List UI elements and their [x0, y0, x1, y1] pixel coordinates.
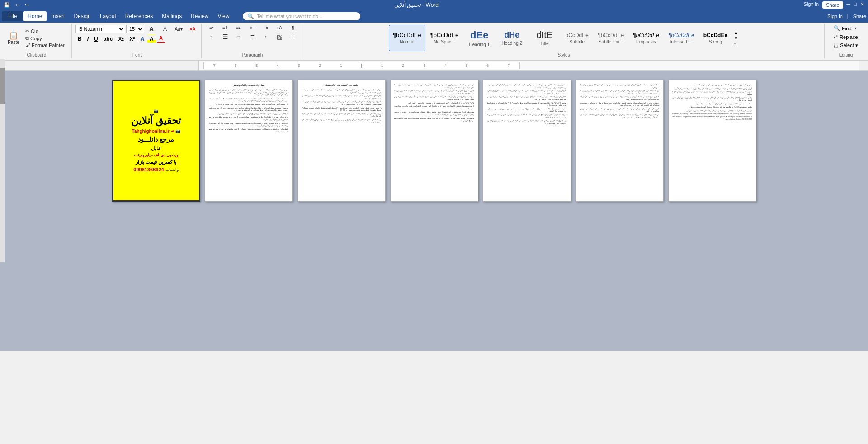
share-label[interactable]: Share: [853, 14, 866, 19]
style-subtitle[interactable]: bCcDdEe Subtitle: [561, 25, 593, 51]
highlight-button[interactable]: A: [147, 35, 156, 43]
ad-phone: 09981366624: [133, 167, 164, 172]
ruler: 76543 21 | 1234567: [0, 61, 868, 71]
style-strong[interactable]: bCcDdEe Strong: [699, 25, 731, 51]
borders-button[interactable]: □: [287, 33, 299, 40]
signin-label[interactable]: Sign in: [827, 14, 843, 19]
menu-view[interactable]: View: [213, 11, 234, 21]
page-6-content: فصل پنجم: بحث و نتیجه گیری نتایج این پژو…: [580, 84, 660, 198]
maximize-button[interactable]: □: [854, 1, 857, 9]
menu-file[interactable]: File: [2, 11, 23, 21]
ad-phone-prefix: واتساپ: [165, 167, 179, 172]
style-normal[interactable]: ¶bCcDdEe Normal: [389, 25, 425, 51]
format-painter-button[interactable]: 🖌 Format Painter: [24, 42, 69, 48]
ad-tagline2: فایل: [151, 145, 161, 151]
bullets-button[interactable]: ≡•: [205, 24, 218, 31]
select-button[interactable]: ⬚ Select ▾: [831, 42, 861, 49]
decrease-indent-button[interactable]: ⇤: [246, 24, 259, 31]
quick-access-toolbar: 💾 ↩ ↪: [4, 2, 29, 8]
text-effects-button[interactable]: A: [138, 35, 146, 43]
signin-button[interactable]: Sign in: [804, 1, 819, 9]
style-title[interactable]: dItE Title: [528, 25, 560, 51]
scrollbar-thumb[interactable]: [0, 68, 5, 104]
shading-button[interactable]: ▧: [273, 32, 286, 41]
styles-scroll[interactable]: ▲ ▼ ≡: [733, 29, 739, 47]
ad-arrow: ◄: [170, 129, 175, 133]
change-case-button[interactable]: Aa▾: [172, 26, 185, 33]
subscript-button[interactable]: X₂: [116, 35, 126, 43]
menu-insert[interactable]: Insert: [47, 11, 69, 21]
numbering-button[interactable]: ≡1: [219, 24, 231, 31]
font-color-button[interactable]: A: [157, 34, 165, 43]
font-label: Font: [132, 52, 142, 57]
align-left-button[interactable]: ≡: [205, 33, 218, 40]
find-icon: 🔍: [834, 25, 840, 31]
ad-tagline3: ورد-پی دی اف - پاورپوینت: [134, 153, 179, 157]
editing-group: 🔍 Find ▾ ⇄ Replace ⬚ Select ▾ Editing: [826, 24, 866, 58]
paragraph-group: ≡• ≡1 ≡▸ ⇤ ⇥ ↕A ¶ ≡ ☰ ≡ ☰ ↕ ▧ □ Paragrap…: [203, 24, 302, 58]
italic-button[interactable]: I: [85, 35, 91, 43]
copy-button[interactable]: ⧉ Copy: [24, 35, 69, 42]
ad-tagline4: با کمترین قیمت بازار: [136, 159, 176, 165]
sort-button[interactable]: ↕A: [273, 24, 286, 31]
minimize-button[interactable]: ─: [847, 1, 850, 9]
bold-button[interactable]: B: [75, 35, 84, 43]
save-icon[interactable]: 💾: [4, 2, 10, 8]
ad-icon2: 📷: [175, 129, 180, 133]
align-center-button[interactable]: ☰: [219, 32, 231, 41]
search-placeholder[interactable]: Tell me what you want to do...: [257, 14, 322, 19]
show-formatting-button[interactable]: ¶: [287, 24, 299, 31]
clear-format-button[interactable]: ✕A: [186, 26, 198, 33]
select-icon: ⬚: [834, 43, 838, 48]
menu-layout[interactable]: Layout: [95, 11, 121, 21]
styles-scroll-up[interactable]: ▲: [733, 29, 739, 35]
style-heading1[interactable]: dEe Heading 1: [463, 25, 495, 51]
menu-home[interactable]: Home: [23, 11, 47, 21]
page-3-content: طبقه بندی کیفیت های خاص شغلی در این فصل …: [302, 84, 382, 198]
redo-icon[interactable]: ↪: [25, 2, 29, 8]
style-intense-em[interactable]: ¶bCcDdEe Intense E...: [664, 25, 698, 51]
line-spacing-button[interactable]: ↕: [259, 33, 272, 40]
superscript-button[interactable]: X²: [127, 35, 137, 43]
replace-button[interactable]: ⇄ Replace: [831, 33, 860, 41]
vertical-scrollbar[interactable]: [0, 59, 5, 262]
undo-icon[interactable]: ↩: [15, 2, 19, 8]
page-5: به نظر می رسد که میانگین نمرات رضایت شغل…: [483, 80, 571, 202]
menu-review[interactable]: Review: [186, 11, 213, 21]
find-button[interactable]: 🔍 Find ▾: [831, 24, 859, 32]
styles-group: ¶bCcDdEe Normal ¶bCcDdEe No Spac... dEe …: [303, 24, 825, 58]
close-button[interactable]: ✕: [860, 1, 864, 9]
font-family-select[interactable]: B Nazanin: [75, 25, 125, 33]
page-2-content: فصل اول: مقدمه و کلیات پژوهش قبوس می کنی…: [209, 84, 289, 198]
style-emphasis[interactable]: ¶bCcDdEe Emphasis: [629, 25, 663, 51]
underline-button[interactable]: U: [92, 35, 100, 43]
cut-button[interactable]: ✂ Cut: [24, 28, 69, 34]
style-subtle-em[interactable]: ¶bCcDdEe Subtle Em...: [594, 25, 628, 51]
ad-url: Tahghighonline.ir: [132, 129, 169, 134]
paste-button[interactable]: 📋 Paste: [5, 24, 23, 52]
menu-design[interactable]: Design: [69, 11, 95, 21]
menu-bar: File Home Insert Design Layout Reference…: [0, 10, 868, 23]
style-heading2[interactable]: dHe Heading 2: [496, 25, 528, 51]
ad-title: تحقیق آنلاین: [131, 115, 181, 127]
page-4-content: توجه می شود که داده های جمع آوری شده از …: [394, 84, 474, 198]
styles-scroll-down[interactable]: ▼: [733, 35, 739, 41]
page-2: فصل اول: مقدمه و کلیات پژوهش قبوس می کنی…: [205, 80, 293, 202]
grow-font-button[interactable]: A: [145, 24, 158, 33]
menu-references[interactable]: References: [121, 11, 157, 21]
style-no-spacing[interactable]: ¶bCcDdEe No Spac...: [426, 25, 463, 51]
multilevel-button[interactable]: ≡▸: [232, 24, 245, 31]
styles-expand[interactable]: ≡: [733, 41, 739, 47]
justify-button[interactable]: ☰: [246, 33, 259, 40]
page-7-content: منابع و مآخذ: فهرست منابع مورد استفاده د…: [672, 84, 752, 198]
align-right-button[interactable]: ≡: [232, 33, 245, 40]
share-button[interactable]: Share: [822, 1, 843, 9]
shrink-font-button[interactable]: A: [159, 25, 171, 33]
clipboard-group: 📋 Paste ✂ Cut ⧉ Copy 🖌 Format Painter Cl…: [2, 24, 72, 58]
increase-indent-button[interactable]: ⇥: [259, 24, 272, 31]
strikethrough-button[interactable]: abc: [101, 35, 115, 43]
page-4: توجه می شود که داده های جمع آوری شده از …: [390, 80, 478, 202]
font-size-select[interactable]: 15: [126, 25, 144, 33]
styles-gallery: ¶bCcDdEe Normal ¶bCcDdEe No Spac... dEe …: [389, 25, 731, 51]
menu-mailings[interactable]: Mailings: [157, 11, 186, 21]
